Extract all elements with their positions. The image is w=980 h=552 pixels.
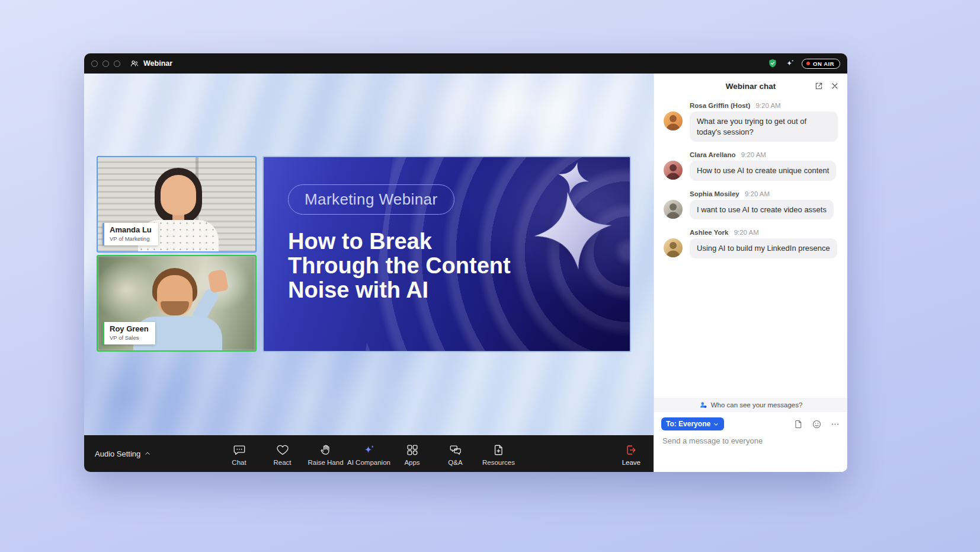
toolbar-button-label: Resources [482,459,515,466]
privacy-note[interactable]: Who can see your messages? [654,398,847,412]
avatar [664,238,683,257]
people-icon [699,401,707,409]
message-bubble: How to use AI to create unique content [690,161,836,181]
close-icon[interactable] [830,81,840,91]
titlebar-right: ON AIR [767,58,840,69]
toolbar-button-qa[interactable]: Q&A [434,442,477,466]
leave-label: Leave [622,459,640,466]
toolbar-button-ai-companion[interactable]: AI Companion [347,442,390,466]
window-title-label: Webinar [143,59,172,68]
on-air-dot [806,62,810,65]
composer [654,432,847,472]
toolbar-center: Chat React Raise Hand AI Companion Apps … [217,442,520,466]
chat-title: Webinar chat [726,82,776,91]
audio-setting-label: Audio Setting [95,449,140,458]
toolbar-button-label: Chat [232,459,246,466]
on-air-badge: ON AIR [802,59,840,69]
message-author: Ashlee York [690,229,728,236]
webinar-window: Webinar ON AIR [84,53,847,472]
privacy-note-label: Who can see your messages? [711,401,803,409]
toolbar-button-label: AI Companion [347,459,390,466]
window-control-minimize[interactable] [103,60,109,67]
toolbar-button-react[interactable]: React [261,442,304,466]
toolbar-button-label: React [273,459,291,466]
security-shield-icon[interactable] [767,58,778,69]
message-time: 9:20 AM [734,229,759,236]
message-time: 9:20 AM [741,151,766,158]
more-options-icon[interactable] [830,419,840,429]
participant-role: VP of Sales [110,334,149,341]
react-icon [276,443,289,457]
toolbar-button-label: Q&A [448,459,462,466]
avatar [664,111,683,130]
audio-setting-button[interactable]: Audio Setting [95,449,151,458]
message-time: 9:20 AM [745,190,770,197]
nametag-amanda: Amanda Lu VP of Marketing [103,223,158,245]
chat-header: Webinar chat [654,74,847,98]
chat-message: Sophia Mosiley 9:20 AM I want to use AI … [664,190,838,220]
stage-column: Amanda Lu VP of Marketing Roy Green V [84,74,654,472]
meeting-toolbar: Audio Setting Chat React Raise Hand AI C… [84,435,654,472]
leave-icon [624,443,638,457]
message-input[interactable] [662,436,839,445]
window-control-zoom[interactable] [114,60,120,67]
message-bubble: Using AI to build my LinkedIn presence [690,238,837,259]
to-selector[interactable]: To: Everyone [661,417,724,430]
message-time: 9:20 AM [755,102,780,109]
chat-message: Clara Arellano 9:20 AM How to use AI to … [664,151,838,181]
video-tile-roy[interactable]: Roy Green VP of Sales [97,255,257,352]
toolbar-button-raise-hand[interactable]: Raise Hand [304,442,347,466]
chat-icon [233,443,246,457]
message-author: Sophia Mosiley [690,190,739,197]
message-author: Rosa Griffin (Host) [690,102,750,109]
composer-toolbar: To: Everyone [654,412,847,432]
message-author: Clara Arellano [690,151,736,158]
chat-panel: Webinar chat Rosa Griffin (Host) 9:20 AM… [654,74,847,472]
leave-button[interactable]: Leave [622,442,640,466]
participant-role: VP of Marketing [110,235,152,242]
window-controls [91,60,120,67]
slide-badge: Marketing Webinar [288,184,454,215]
titlebar: Webinar ON AIR [84,53,847,74]
video-stage: Amanda Lu VP of Marketing Roy Green V [84,74,654,435]
nametag-roy: Roy Green VP of Sales [103,322,155,344]
participant-name: Roy Green [110,325,149,333]
chat-message-list[interactable]: Rosa Griffin (Host) 9:20 AM What are you… [654,98,847,398]
toolbar-button-chat[interactable]: Chat [217,442,261,466]
chevron-down-icon [713,421,719,427]
message-bubble: I want to use AI to create video assets [690,200,834,220]
participant-name: Amanda Lu [110,226,152,234]
chat-message: Rosa Griffin (Host) 9:20 AM What are you… [664,102,838,142]
qa-icon [449,443,462,457]
window-title: Webinar [130,59,172,68]
avatar [664,161,683,180]
hand-icon [319,443,332,457]
message-bubble: What are you trying to get out of today'… [690,111,838,142]
chevron-up-icon [144,450,151,457]
ai-icon [363,443,376,457]
apps-icon [406,443,419,457]
toolbar-button-label: Raise Hand [308,459,343,466]
slide-title: How to Break Through the Content Noise w… [288,229,630,302]
popout-icon[interactable] [814,81,824,91]
toolbar-button-apps[interactable]: Apps [390,442,434,466]
avatar [664,200,683,219]
webinar-icon [130,59,139,68]
chat-message: Ashlee York 9:20 AM Using AI to build my… [664,229,838,259]
video-tile-amanda[interactable]: Amanda Lu VP of Marketing [97,156,257,253]
resources-icon [492,443,505,457]
presentation-slide: Marketing Webinar How to Break Through t… [262,156,631,352]
window-control-close[interactable] [91,60,98,67]
file-attach-icon[interactable] [793,419,803,429]
toolbar-button-resources[interactable]: Resources [477,442,520,466]
emoji-icon[interactable] [812,419,822,429]
to-selector-label: To: Everyone [666,420,710,428]
toolbar-button-label: Apps [404,459,419,466]
ai-sparkle-icon[interactable] [784,58,795,69]
on-air-label: ON AIR [813,60,834,67]
